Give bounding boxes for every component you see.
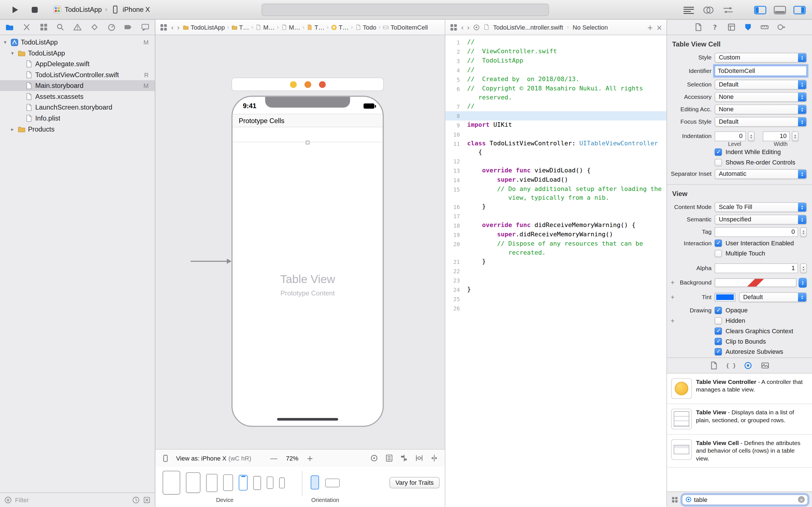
navigator-toggle-button[interactable] <box>754 5 766 14</box>
code-line[interactable]: 2// ViewController.swift <box>446 47 666 56</box>
tab-attributes-inspector[interactable] <box>744 23 752 32</box>
file-row[interactable]: AppDelegate.swift <box>0 59 155 69</box>
plus-icon[interactable]: + <box>671 279 675 286</box>
code-line[interactable]: 19 super.didReceiveMemoryWarning() <box>446 230 666 239</box>
jump-bar-crumb[interactable]: ToDoItemCell <box>383 24 428 31</box>
navigator-tab-project[interactable] <box>5 23 14 32</box>
file-row[interactable]: Main.storyboardM <box>0 80 155 91</box>
navigator-tab-source-control[interactable] <box>22 23 31 32</box>
tint-color-well[interactable] <box>715 293 735 301</box>
device-option-7[interactable] <box>279 477 285 488</box>
disclosure-icon[interactable]: ▾ <box>2 40 8 45</box>
jump-bar-selection[interactable]: No Selection <box>573 24 608 31</box>
clear-search-icon[interactable]: × <box>798 496 805 503</box>
scheme-selector[interactable]: TodoListApp › iPhone X <box>53 5 150 14</box>
code-line[interactable]: 11class TodoListViewController: UITableV… <box>446 139 666 157</box>
scheme-name[interactable]: TodoListApp <box>65 6 102 13</box>
zoom-level[interactable]: 72% <box>286 455 298 462</box>
code-line[interactable]: 26 <box>446 304 666 313</box>
embed-stack-icon[interactable] <box>385 454 394 462</box>
device-bezels-toggle-icon[interactable] <box>161 454 169 462</box>
close-editor-button[interactable]: × <box>656 23 663 31</box>
code-line[interactable]: 6// Copyright © 2018 Masahiro Nukui. All… <box>446 84 666 102</box>
file-row[interactable]: TodoListViewController.swiftR <box>0 69 155 80</box>
code-line[interactable]: 3// TodoListApp <box>446 56 666 66</box>
orientation-landscape-icon[interactable] <box>325 478 340 487</box>
navigator-tab-find[interactable] <box>56 23 65 32</box>
back-button[interactable]: ‹ <box>171 23 174 31</box>
library-item[interactable]: Table View - Displays data in a list of … <box>667 404 812 434</box>
counterparts-icon[interactable] <box>473 24 480 31</box>
zoom-in-button[interactable]: + <box>307 453 313 463</box>
code-line[interactable]: 25 <box>446 294 666 304</box>
assistant-editor-button[interactable] <box>702 5 715 14</box>
disclosure-icon[interactable]: ▸ <box>9 126 15 132</box>
code-line[interactable]: 12 <box>446 157 666 166</box>
indent-while-editing-checkbox[interactable] <box>715 149 722 156</box>
zoom-out-button[interactable]: — <box>270 453 278 463</box>
code-line[interactable]: 1// <box>446 38 666 47</box>
recent-files-clock-icon[interactable] <box>132 496 140 504</box>
add-editor-button[interactable]: + <box>647 23 653 31</box>
navigator-tab-breakpoints[interactable] <box>124 23 133 32</box>
related-items-grid-icon[interactable] <box>449 23 458 31</box>
vary-for-traits-button[interactable]: Vary for Traits <box>389 477 440 488</box>
autoresize-checkbox[interactable] <box>715 348 722 355</box>
code-line[interactable]: 18 override func didReceiveMemoryWarning… <box>446 221 666 230</box>
code-line[interactable]: 16 } <box>446 202 666 212</box>
entry-point-arrow[interactable] <box>191 261 227 262</box>
iphone-x-canvas[interactable]: 9:41 Prototype Cells Table View Prototyp… <box>232 96 384 427</box>
plus-icon[interactable]: + <box>671 317 675 325</box>
code-line[interactable]: 10 <box>446 130 666 139</box>
navigator-tab-debug[interactable] <box>107 23 116 32</box>
level-stepper[interactable]: ▴▾ <box>748 131 755 141</box>
jump-bar-crumb[interactable]: T… <box>231 24 249 31</box>
code-line[interactable]: 8 <box>446 111 666 121</box>
navigator-tab-symbols[interactable] <box>39 23 48 32</box>
file-row[interactable]: LaunchScreen.storyboard <box>0 102 155 113</box>
tab-object-library[interactable] <box>744 361 753 370</box>
identifier-field[interactable]: ToDoItemCell <box>715 66 807 76</box>
hidden-checkbox[interactable] <box>715 317 722 325</box>
tab-quick-help[interactable]: ? <box>710 23 719 32</box>
version-editor-button[interactable] <box>722 5 734 14</box>
tab-file-inspector[interactable] <box>694 23 702 32</box>
opaque-checkbox[interactable] <box>715 307 722 314</box>
code-line[interactable]: 9import UIKit <box>446 121 666 130</box>
forward-button[interactable]: › <box>177 23 180 31</box>
navigator-tab-issues[interactable] <box>73 23 82 32</box>
navigator-tab-tests[interactable] <box>90 23 99 32</box>
prototype-cells-header[interactable]: Prototype Cells <box>233 114 383 127</box>
filter-input[interactable]: Filter <box>15 496 29 504</box>
prototype-cell[interactable] <box>233 128 383 142</box>
code-line[interactable]: 13 override func viewDidLoad() { <box>446 166 666 175</box>
jump-bar-file[interactable]: TodoListVie...ntroller.swift <box>493 24 563 31</box>
color-popup-arrows-icon[interactable]: ▴▾ <box>799 277 807 287</box>
view-as-button[interactable]: View as: iPhone X <box>176 455 226 462</box>
selection-popup[interactable]: Default▴▾ <box>715 79 807 89</box>
focus-style-popup[interactable]: Default▴▾ <box>715 117 807 126</box>
shows-reorder-checkbox[interactable] <box>715 159 722 166</box>
indentation-width-field[interactable]: 10 <box>763 131 790 141</box>
plus-icon[interactable]: + <box>671 293 675 301</box>
width-stepper[interactable]: ▴▾ <box>792 131 799 141</box>
resolve-icon[interactable] <box>430 454 439 462</box>
alpha-stepper[interactable]: ▴▾ <box>800 263 807 273</box>
code-line[interactable]: 4// <box>446 66 666 75</box>
user-interaction-checkbox[interactable] <box>715 239 722 247</box>
library-search-input[interactable]: table × <box>682 494 808 505</box>
stop-button[interactable] <box>30 5 40 14</box>
related-items-grid-icon[interactable] <box>160 23 168 31</box>
device-option-2[interactable] <box>206 474 217 492</box>
tab-media-library[interactable] <box>761 361 769 370</box>
back-button[interactable]: ‹ <box>461 23 464 31</box>
jump-bar-crumb[interactable]: TodoListApp <box>183 24 225 31</box>
background-color-well[interactable] <box>715 278 797 287</box>
file-row[interactable]: ▸Products <box>0 124 155 135</box>
code-line[interactable]: 5// Created by on 2018/08/13. <box>446 75 666 84</box>
style-popup[interactable]: Custom▴▾ <box>715 52 807 62</box>
forward-button[interactable]: › <box>467 23 470 31</box>
exit-icon[interactable] <box>319 81 326 88</box>
disclosure-icon[interactable]: ▾ <box>9 50 15 56</box>
inspector-toggle-button[interactable] <box>794 5 806 14</box>
